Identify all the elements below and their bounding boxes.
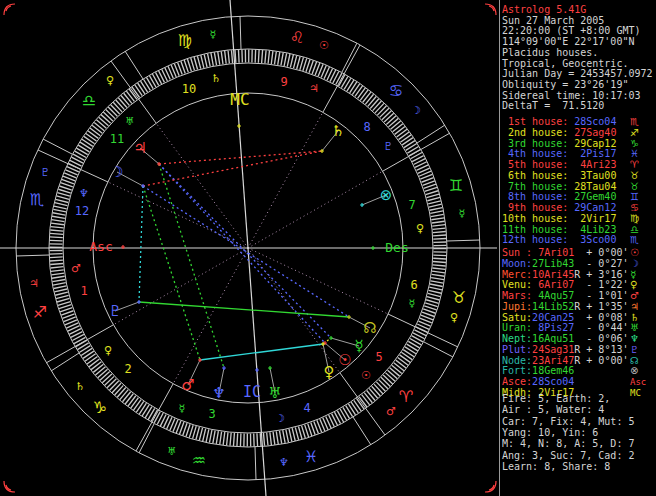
sign-boundary-line	[16, 255, 49, 256]
sign-ruler-icon: ♇	[40, 166, 50, 179]
sign-ruler-icon: ♅	[167, 445, 177, 458]
zodiac-sign-icon: ♌	[290, 28, 304, 47]
sign-ruler-icon: ♃	[29, 277, 39, 290]
planet-velocity: + 1°35'	[580, 301, 628, 312]
planet-position-dot	[137, 300, 141, 304]
house-number: 2	[124, 362, 131, 376]
house-row: 11th house: 4Lib23♎	[502, 225, 616, 235]
house-ruler-icon: ☿	[179, 402, 186, 415]
sun-icon: ☉	[338, 351, 351, 369]
zodiac-sign-icon: ♒	[192, 451, 206, 470]
house-cusp-value: 27Sag40	[568, 127, 616, 138]
planet-position-value: 16Aqu51	[532, 333, 574, 344]
venus-icon: ♀	[324, 363, 335, 381]
sign-ruler-icon: ☿	[210, 28, 217, 41]
tally-line: Air : 5, Water: 4	[502, 405, 604, 415]
planet-row: Node:23Ari47R + 0°00'☊	[502, 356, 628, 366]
angle-label-ic: IC	[243, 383, 261, 401]
header-text: 114°09'00"E 22°17'00"N	[502, 36, 634, 47]
tally-text: Learn: 8, Share: 8	[502, 461, 610, 472]
house-row: 12th house: 3Sco00♏	[502, 235, 616, 245]
house-cusp-value: 3Sco00	[568, 234, 616, 245]
header-line: Placidus houses.	[502, 48, 598, 58]
house-row: 5th house: 4Ari23♈	[502, 160, 616, 170]
house-label: 2nd house:	[502, 127, 568, 138]
planet-row: Fort:18Gem46 ⊗	[502, 366, 586, 376]
house-label: 3rd house:	[502, 138, 568, 149]
house-ruler-icon: ♃	[309, 82, 319, 95]
house-cusp-spoke	[248, 112, 323, 248]
house-number: 4	[303, 401, 310, 415]
planet-glyph-icon: ♇	[630, 345, 639, 355]
house-ruler-icon: ☽	[275, 412, 285, 425]
header-line: Sidereal time: 10:17:03	[502, 91, 640, 101]
planet-row: Merc:10Ari45R + 3°16'☿	[502, 270, 628, 280]
planet-position-dot	[329, 336, 333, 340]
mars-icon: ♂	[181, 376, 194, 394]
planet-glyph-icon: ☽	[630, 259, 639, 269]
zodiac-sign-icon: ♑	[93, 398, 107, 417]
planet-glyph-icon: ♅	[630, 323, 639, 333]
corner-ornament-icon	[4, 481, 15, 492]
house-cusp-spoke	[173, 248, 248, 384]
sign-ruler-icon: ♀	[106, 74, 114, 87]
corner-ornament-icon	[485, 481, 496, 492]
house-number: 12	[75, 204, 89, 218]
sign-boundary-line	[51, 353, 79, 371]
planet-velocity: - 0°27'	[580, 258, 628, 269]
house-cusp-value: 4Ari23	[568, 159, 616, 170]
tally-text: Fire: 5, Earth: 2,	[502, 393, 610, 404]
house-number: 6	[410, 278, 417, 292]
planet-label: Uran:	[502, 322, 532, 333]
zodiac-sign-icon: ♐	[33, 303, 47, 322]
planet-position-value: 20Can25	[532, 312, 574, 323]
sign-ruler-icon: ♄	[75, 380, 85, 393]
planet-glyph-icon: ♆	[630, 334, 639, 344]
house-cusp-spoke	[113, 248, 248, 325]
tally-line: Fire: 5, Earth: 2,	[502, 394, 610, 404]
header-line: Sun 27 March 2005	[502, 16, 604, 26]
sign-boundary-line	[139, 424, 154, 453]
planet-glyph-icon: ⊗	[630, 366, 638, 376]
planet-glyph-icon: ♂	[630, 291, 639, 301]
house-row: 3rd house: 29Cap12♑	[502, 139, 616, 149]
planet-glyph-icon: ♃	[630, 302, 639, 312]
fortune-icon: ⊗	[380, 186, 393, 204]
planet-velocity: + 8°13'	[580, 344, 628, 355]
planet-velocity: + 0°00'	[580, 355, 628, 366]
tally-text: Car: 7, Fix: 4, Mut: 5	[502, 416, 634, 427]
sign-boundary-line	[43, 139, 72, 154]
saturn-icon: ♄	[331, 122, 344, 140]
house-cusp-value: 4Lib23	[568, 224, 616, 235]
header-text: Placidus houses.	[502, 47, 598, 58]
aspect-line	[139, 186, 143, 302]
planet-position-value: 18Gem46	[532, 365, 574, 376]
sign-ruler-icon: ☉	[319, 39, 329, 52]
angle-label-asc: Asc	[89, 239, 112, 254]
aspect-line	[143, 151, 322, 186]
planet-glyph-icon: ☉	[630, 248, 639, 258]
sign-ruler-icon: ☿	[459, 207, 466, 220]
tally-text: M: 4, N: 8, A: 5, D: 7	[502, 438, 634, 449]
house-label: 12th house:	[502, 234, 568, 245]
house-ruler-icon: ♄	[211, 72, 221, 85]
neptune-icon: ♆	[212, 384, 225, 402]
aspect-line	[200, 344, 323, 360]
house-cusp-line	[383, 133, 450, 171]
tally-line: Ang: 3, Suc: 7, Cad: 2	[502, 451, 634, 461]
header-text: Sidereal time: 10:17:03	[502, 90, 640, 101]
house-number: 8	[363, 120, 370, 134]
header-text: DeltaT = 71.5120	[502, 100, 604, 111]
header-line: Astrolog 5.41G	[502, 5, 586, 15]
sign-ruler-icon: ☽	[411, 104, 421, 117]
planet-velocity: - 0°44'	[580, 322, 628, 333]
house-label: 4th house:	[502, 148, 568, 159]
tally-text: Ang: 3, Suc: 7, Cad: 2	[502, 450, 634, 461]
house-sign-icon: ♑	[630, 139, 639, 149]
house-number: 5	[375, 350, 382, 364]
angle-label-mc: MC	[230, 90, 249, 109]
house-ruler-icon: ♇	[383, 140, 393, 153]
house-ruler-icon: ♀	[416, 222, 424, 235]
planet-label: Venu:	[502, 279, 532, 290]
app-title: Astrolog 5.41G	[502, 4, 586, 15]
